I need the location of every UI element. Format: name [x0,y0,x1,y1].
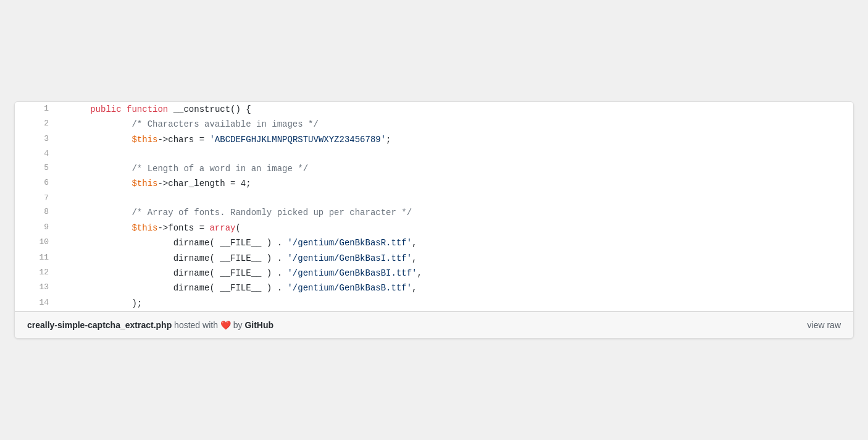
table-row: 5 /* Length of a word in an image */ [15,161,853,176]
line-number: 11 [15,251,49,266]
code-area: 1 public function __construct() {2 /* Ch… [15,102,853,311]
line-number: 13 [15,281,49,295]
table-row: 13 dirname( __FILE__ ) . '/gentium/GenBk… [15,281,853,295]
table-row: 6 $this->char_length = 4; [15,176,853,191]
table-row: 10 dirname( __FILE__ ) . '/gentium/GenBk… [15,235,853,250]
table-row: 7 [15,192,853,206]
filename: creally-simple-captcha_extract.php [27,320,172,330]
line-code: dirname( __FILE__ ) . '/gentium/GenBkBas… [49,266,853,281]
line-code: dirname( __FILE__ ) . '/gentium/GenBkBas… [49,235,853,250]
line-number: 14 [15,296,49,311]
gist-container: 1 public function __construct() {2 /* Ch… [14,101,854,339]
line-number: 5 [15,161,49,176]
table-row: 8 /* Array of fonts. Randomly picked up … [15,205,853,220]
line-number: 2 [15,117,49,132]
github-brand: GitHub [244,320,273,330]
table-row: 4 [15,147,853,161]
line-code: $this->char_length = 4; [49,176,853,191]
line-code: public function __construct() { [49,102,853,117]
line-code: /* Array of fonts. Randomly picked up pe… [49,205,853,220]
line-number: 8 [15,205,49,220]
line-number: 3 [15,132,49,147]
line-number: 1 [15,102,49,117]
table-row: 9 $this->fonts = array( [15,221,853,235]
line-number: 6 [15,176,49,191]
line-code: ); [49,296,853,311]
footer-left: creally-simple-captcha_extract.php hoste… [27,320,273,330]
line-code [49,147,853,161]
line-number: 4 [15,147,49,161]
footer: creally-simple-captcha_extract.php hoste… [15,311,853,338]
footer-right[interactable]: view raw [807,319,841,331]
line-code: $this->fonts = array( [49,221,853,235]
line-code: dirname( __FILE__ ) . '/gentium/GenBkBas… [49,281,853,295]
line-number: 9 [15,221,49,235]
line-number: 12 [15,266,49,281]
table-row: 11 dirname( __FILE__ ) . '/gentium/GenBk… [15,251,853,266]
view-raw-link[interactable]: view raw [807,320,841,330]
line-code: dirname( __FILE__ ) . '/gentium/GenBkBas… [49,251,853,266]
hosted-text: hosted with [174,320,220,330]
table-row: 1 public function __construct() { [15,102,853,117]
table-row: 3 $this->chars = 'ABCDEFGHJKLMNPQRSTUVWX… [15,132,853,147]
line-code [49,192,853,206]
line-code: $this->chars = 'ABCDEFGHJKLMNPQRSTUVWXYZ… [49,132,853,147]
table-row: 12 dirname( __FILE__ ) . '/gentium/GenBk… [15,266,853,281]
table-row: 2 /* Characters available in images */ [15,117,853,132]
line-number: 10 [15,235,49,250]
line-code: /* Length of a word in an image */ [49,161,853,176]
by-text: by [233,320,245,330]
line-number: 7 [15,192,49,206]
table-row: 14 ); [15,296,853,311]
code-table: 1 public function __construct() {2 /* Ch… [15,102,853,311]
heart-icon: ❤️ [220,320,231,330]
line-code: /* Characters available in images */ [49,117,853,132]
